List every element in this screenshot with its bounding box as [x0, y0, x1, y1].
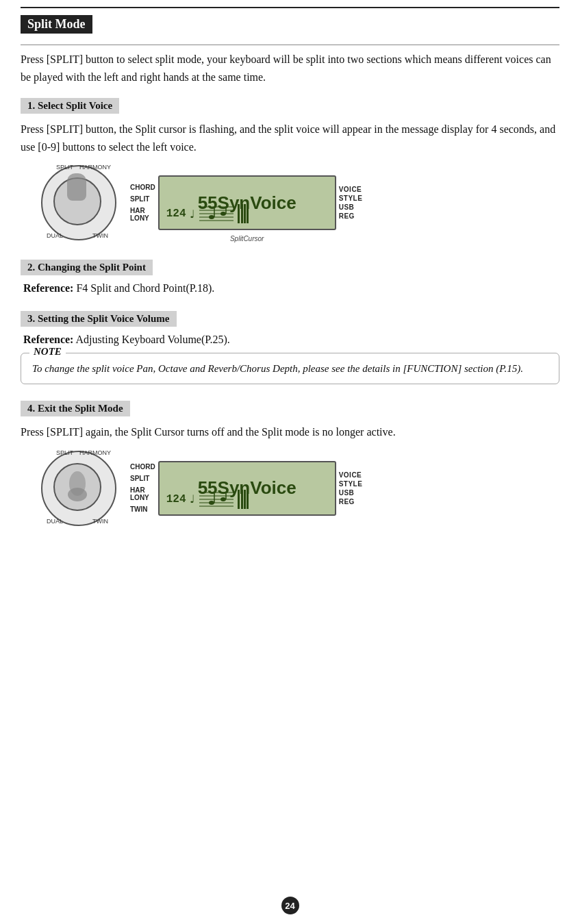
svg-rect-10 — [241, 204, 243, 223]
intro-paragraph: Press [SPLIT] button to select split mod… — [21, 51, 559, 86]
lcd-display-2: CHORD SPLIT HARLONY TWIN 55SynVoice 124 … — [130, 461, 362, 516]
svg-point-14 — [68, 488, 87, 501]
lcd-reg-label-2: REG — [339, 498, 363, 505]
reference-text-3: Adjusting Keyboard Volume(P.25). — [76, 334, 230, 345]
rotary-dial-1: SPLIT HARMONY DUAL TWIN — [41, 165, 116, 240]
section-4-header: 4. Exit the Split Mode — [21, 401, 130, 416]
section-2: 2. Changing the Split Point Reference: F… — [21, 254, 559, 295]
dial-finger-2 — [60, 470, 94, 504]
dial-label-twin-2: TWIN — [92, 518, 108, 525]
section-4-body: Press [SPLIT] again, the Split Cursor tu… — [21, 423, 559, 441]
lcd-left-labels-2: CHORD SPLIT HARLONY TWIN — [130, 463, 155, 513]
lcd-bars-1 — [238, 204, 250, 223]
dial-label-harmony-2: HARMONY — [79, 449, 111, 456]
diagram-1: SPLIT HARMONY DUAL TWIN CHORD SPLIT HARL… — [41, 165, 559, 240]
reference-text-2: F4 Split and Chord Point(P.18). — [76, 282, 214, 294]
lcd-reg-label-1: REG — [339, 212, 363, 220]
lcd-staff-1 — [199, 204, 234, 223]
section-1: 1. Select Split Voice Press [SPLIT] butt… — [21, 92, 559, 240]
section-2-header: 2. Changing the Split Point — [21, 260, 153, 275]
section-4: 4. Exit the Split Mode Press [SPLIT] aga… — [21, 395, 559, 526]
svg-point-7 — [220, 212, 226, 216]
reference-bold-2: Reference: — [23, 282, 73, 294]
lcd-label-twin-2: TWIN — [130, 505, 155, 513]
svg-rect-11 — [244, 204, 246, 223]
lcd-staff-2 — [199, 490, 234, 509]
svg-rect-25 — [241, 490, 243, 509]
svg-point-22 — [220, 497, 226, 501]
section-1-body: Press [SPLIT] button, the Split cursor i… — [21, 121, 559, 155]
lcd-label-split: SPLIT — [130, 195, 155, 203]
dial-label-dual: DUAL — [47, 232, 63, 239]
lcd-voice-label-1: VOICE — [339, 186, 363, 193]
rotary-dial-2: SPLIT HARMONY DUAL TWIN — [41, 451, 116, 526]
lcd-screen-1: 55SynVoice 124 ♩ — [158, 175, 336, 230]
lcd-label-split-2: SPLIT — [130, 475, 155, 482]
dial-label-split: SPLIT — [56, 164, 73, 171]
note-body: To change the split voice Pan, Octave an… — [32, 360, 548, 377]
section-1-header: 1. Select Split Voice — [21, 98, 119, 114]
diagram-2: SPLIT HARMONY DUAL TWIN CHORD SPLIT HARL… — [41, 451, 559, 526]
lcd-display-1: CHORD SPLIT HARLONY 55SynVoice 124 ♩ — [130, 175, 362, 230]
section-2-reference: Reference: F4 Split and Chord Point(P.18… — [23, 282, 559, 295]
section-3-header: 3. Setting the Split Voice Volume — [21, 311, 177, 327]
dial-label-split-2: SPLIT — [56, 449, 73, 456]
lcd-usb-label-2: USB — [339, 489, 363, 497]
dial-label-dual-2: DUAL — [47, 518, 63, 525]
note-title: NOTE — [29, 346, 66, 358]
note-box: NOTE To change the split voice Pan, Octa… — [21, 353, 559, 384]
lcd-right-labels-1: VOICE STYLE USB REG — [339, 186, 363, 220]
page-title: Split Mode — [21, 15, 92, 34]
lcd-note-1: ♩ — [190, 208, 195, 221]
lcd-screen-2: 55SynVoice 124 ♩ — [158, 461, 336, 516]
svg-rect-12 — [247, 204, 249, 223]
lcd-usb-label-1: USB — [339, 203, 363, 211]
lcd-time-2: 124 — [166, 493, 186, 505]
svg-point-20 — [209, 501, 214, 505]
lcd-label-harmony-2: HARLONY — [130, 486, 155, 501]
lcd-style-label-1: STYLE — [339, 195, 363, 202]
svg-rect-27 — [247, 490, 249, 509]
dial-label-harmony: HARMONY — [79, 164, 111, 171]
lcd-label-chord: CHORD — [130, 184, 155, 191]
svg-rect-24 — [238, 490, 240, 509]
lcd-style-label-2: STYLE — [339, 480, 363, 488]
lcd-right-labels-2: VOICE STYLE USB REG — [339, 471, 363, 505]
lcd-note-2: ♩ — [190, 492, 195, 505]
page-number: 24 — [281, 897, 299, 914]
reference-bold-3: Reference: — [23, 334, 73, 345]
svg-rect-9 — [238, 204, 240, 223]
lcd-bars-2 — [238, 490, 250, 509]
svg-rect-26 — [244, 490, 246, 509]
top-divider — [21, 7, 559, 8]
svg-point-5 — [209, 215, 214, 219]
lcd-cursor-label-1: SplitCursor — [230, 235, 264, 242]
dial-finger — [67, 173, 86, 201]
title-divider — [21, 45, 559, 45]
lcd-time-1: 124 — [166, 208, 186, 220]
section-3-reference: Reference: Adjusting Keyboard Volume(P.2… — [23, 334, 559, 346]
lcd-voice-label-2: VOICE — [339, 471, 363, 479]
lcd-label-harmony: HARLONY — [130, 207, 155, 222]
lcd-label-chord-2: CHORD — [130, 463, 155, 471]
dial-label-twin: TWIN — [92, 232, 108, 239]
section-3: 3. Setting the Split Voice Volume Refere… — [21, 305, 559, 384]
lcd-left-labels-1: CHORD SPLIT HARLONY — [130, 184, 155, 222]
